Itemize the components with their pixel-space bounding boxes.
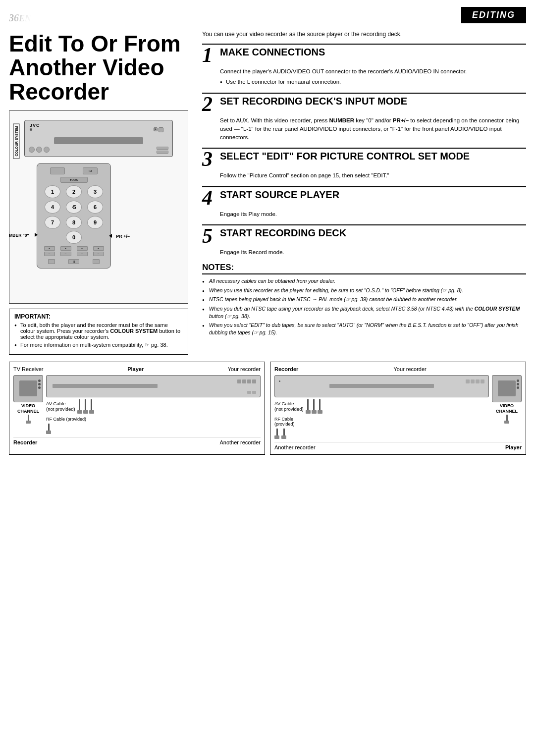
tv-screen-left xyxy=(19,380,37,396)
step-3-header: 3 SELECT "EDIT" FOR PICTURE CONTROL SET … xyxy=(202,149,526,169)
tv-buttons-left xyxy=(38,379,41,389)
diagram-right: Recorder Your recorder xyxy=(270,362,526,455)
diagram-left-recorder-label: Your recorder xyxy=(228,366,261,372)
diagram-right-title-row: Recorder Your recorder xyxy=(274,366,522,372)
video-channel-label-right: VIDEOCHANNEL xyxy=(496,403,518,414)
rf-cable-label-right: RF Cable(provided) xyxy=(274,417,489,427)
diagram-left-title-row: TV Receiver Player Your recorder xyxy=(13,366,261,372)
step-2-number: 2 xyxy=(202,94,216,114)
vcr-illustration: JVC xyxy=(9,110,188,304)
important-title: IMPORTANT: xyxy=(14,313,183,320)
important-box: IMPORTANT: To edit, both the player and … xyxy=(9,309,188,355)
step-1-title: MAKE CONNECTIONS xyxy=(220,45,526,57)
note-2: When you use this recorder as the player… xyxy=(202,287,526,294)
right-column: You can use your video recorder as the s… xyxy=(197,28,526,355)
diagram-left-player-label: Player xyxy=(127,366,144,372)
video-channel-label-left: VIDEOCHANNEL xyxy=(17,403,39,414)
step-3-title: SELECT "EDIT" FOR PICTURE CONTROL SET MO… xyxy=(220,149,526,162)
intro-text: You can use your video recorder as the s… xyxy=(202,28,526,38)
notes-title: NOTES: xyxy=(202,263,526,274)
step-4-title: START SOURCE PLAYER xyxy=(220,187,526,200)
diagram-left-tv-label: TV Receiver xyxy=(13,366,44,372)
tv-unit-left: VIDEOCHANNEL xyxy=(13,375,43,424)
step-3-number: 3 xyxy=(202,149,216,169)
diagram-right-bottom: Another recorder Player xyxy=(274,442,522,450)
vcr-unit-right xyxy=(274,375,489,397)
step-5-section: 5 START RECORDING DECK Engage its Record… xyxy=(202,224,526,257)
bottom-diagrams: TV Receiver Player Your recorder VIDEOCH… xyxy=(9,362,526,455)
rf-connector-right xyxy=(504,415,509,424)
notes-list: All necessary cables can be obtained fro… xyxy=(202,277,526,336)
page-number-text: 36 xyxy=(9,12,19,23)
vcr-tape-slot xyxy=(54,137,143,144)
step-4-number: 4 xyxy=(202,187,216,208)
step-1-number: 1 xyxy=(202,45,216,65)
step-5-number: 5 xyxy=(202,225,216,246)
tv-box-left xyxy=(13,375,43,402)
jvc-label: JVC xyxy=(30,123,40,128)
important-item-1: To edit, both the player and the recorde… xyxy=(14,322,183,340)
section-badge: EDITING xyxy=(461,7,526,23)
pr-label: PR +/– xyxy=(116,234,130,239)
page-header: 36EN EDITING xyxy=(0,0,535,28)
main-layout: Edit To Or From Another Video Recorder J… xyxy=(0,28,535,355)
page-suffix: EN xyxy=(19,13,31,23)
tv-buttons-right xyxy=(517,379,519,389)
av-cable-connectors-left xyxy=(77,399,94,414)
right-main-area: AV Cable(not provided) xyxy=(274,375,489,439)
step-2-body: Set to AUX. With this video recorder, pr… xyxy=(220,116,526,142)
another-recorder-label-left: Another recorder xyxy=(219,439,261,445)
rf-connector-area-right xyxy=(274,429,489,439)
vcr-main-unit: JVC xyxy=(24,120,173,157)
vcr-unit-left xyxy=(46,375,261,397)
tv-box-right xyxy=(492,375,522,402)
av-cable-area-right: AV Cable(not provided) xyxy=(274,399,489,414)
note-5: When you select "EDIT" to dub tapes, be … xyxy=(202,322,526,336)
step-3-section: 3 SELECT "EDIT" FOR PICTURE CONTROL SET … xyxy=(202,148,526,180)
middle-area-left: AV Cable(not provided) xyxy=(46,375,261,434)
notes-section: NOTES: All necessary cables can be obtai… xyxy=(202,263,526,336)
step-1-section: 1 MAKE CONNECTIONS Connect the player's … xyxy=(202,44,526,87)
step-3-body: Follow the "Picture Control" section on … xyxy=(220,171,526,180)
important-item-2: For more information on multi-system com… xyxy=(14,342,183,348)
diagram-right-recorder-label: Recorder xyxy=(274,366,298,372)
av-cable-area-left: AV Cable(not provided) xyxy=(46,399,261,414)
step-5-header: 5 START RECORDING DECK xyxy=(202,225,526,246)
left-column: Edit To Or From Another Video Recorder J… xyxy=(9,28,197,355)
recorder-label-bottom-left: Recorder xyxy=(13,439,37,445)
rf-connector-area-left xyxy=(46,424,261,434)
step-4-section: 4 START SOURCE PLAYER Engage its Play mo… xyxy=(202,186,526,218)
note-3: NTSC tapes being played back in the NTSC… xyxy=(202,296,526,303)
av-cable-label-right: AV Cable(not provided) xyxy=(274,401,304,412)
step-5-title: START RECORDING DECK xyxy=(220,225,526,238)
step-4-header: 4 START SOURCE PLAYER xyxy=(202,187,526,208)
page-number: 36EN xyxy=(9,4,31,26)
number-zero-label: NUMBER "0" xyxy=(9,233,29,238)
av-cable-label-left: AV Cable(not provided) xyxy=(46,401,75,412)
colour-system-label: COLOUR SYSTEM xyxy=(13,123,20,159)
step-1-body: Connect the player's AUDIO/VIDEO OUT con… xyxy=(220,67,526,87)
page-title: Edit To Or From Another Video Recorder xyxy=(9,32,188,104)
rf-cable-label-left: RF Cable (provided) xyxy=(46,417,261,422)
step-2-header: 2 SET RECORDING DECK'S INPUT MODE xyxy=(202,94,526,114)
note-4: When you dub an NTSC tape using your rec… xyxy=(202,305,526,320)
step-2-section: 2 SET RECORDING DECK'S INPUT MODE Set to… xyxy=(202,93,526,142)
important-list: To edit, both the player and the recorde… xyxy=(14,322,183,348)
remote-control: ○/I ●ODS 1 2 3 4 ·5 6 7 8 xyxy=(37,163,111,269)
tv-screen-right xyxy=(498,380,516,396)
player-label-bottom-right: Player xyxy=(505,444,522,450)
rf-connector-left xyxy=(26,415,31,424)
diagram-left: TV Receiver Player Your recorder VIDEOCH… xyxy=(9,362,265,455)
diagram-left-bottom: Recorder Another recorder xyxy=(13,437,261,445)
step-4-body: Engage its Play mode. xyxy=(220,210,526,218)
diagram-right-content: AV Cable(not provided) xyxy=(274,375,522,439)
note-1: All necessary cables can be obtained fro… xyxy=(202,277,526,285)
tv-unit-right: VIDEOCHANNEL xyxy=(492,375,522,424)
step-5-body: Engage its Record mode. xyxy=(220,248,526,257)
another-recorder-label-right: Another recorder xyxy=(274,444,316,450)
step-2-title: SET RECORDING DECK'S INPUT MODE xyxy=(220,94,526,107)
diagram-left-content: VIDEOCHANNEL xyxy=(13,375,261,434)
step-1-bullet: Use the L connector for monaural connect… xyxy=(220,78,526,86)
av-cable-connectors-right xyxy=(306,399,322,414)
step-1-header: 1 MAKE CONNECTIONS xyxy=(202,45,526,65)
